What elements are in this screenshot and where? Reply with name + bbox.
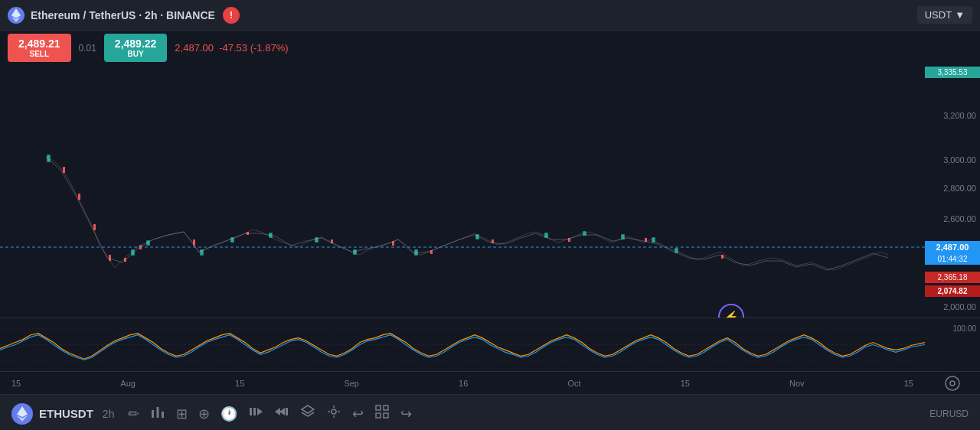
svg-rect-39: [157, 407, 159, 418]
chart-type-tool[interactable]: [150, 404, 165, 423]
ticker-interval: 2h: [103, 408, 115, 420]
ticker-logo: [11, 403, 33, 425]
svg-rect-19: [109, 255, 111, 261]
time-settings-icon[interactable]: [925, 376, 980, 391]
ticker-symbol: ETHUSDT: [39, 407, 93, 420]
svg-rect-11: [545, 233, 547, 237]
secondary-symbol: EURUSD: [929, 409, 969, 419]
time-badge: 01:44:32: [925, 253, 980, 265]
undo-tool[interactable]: ↩: [352, 406, 364, 422]
svg-point-37: [950, 381, 955, 386]
buy-button[interactable]: 2,489.22 BUY: [104, 34, 168, 62]
svg-rect-9: [415, 250, 417, 255]
stoch-100-label: 100.00: [952, 324, 976, 333]
time-label-3: 15: [681, 379, 690, 388]
level1-badge: 2,365.18: [925, 272, 980, 283]
layers-tool[interactable]: [300, 404, 315, 423]
time-label-0: 15: [11, 379, 21, 388]
current-price-badge: 2,487.00: [925, 241, 980, 253]
chart-area[interactable]: 3,335.53 2,487.00 01:44:32 2,365.18 2,07…: [0, 65, 980, 318]
alert-icon[interactable]: !: [223, 7, 240, 24]
sell-button[interactable]: 2,489.21 SELL: [8, 34, 71, 62]
svg-rect-38: [152, 410, 154, 418]
time-label-aug: Aug: [120, 379, 136, 388]
redo-tool[interactable]: ↪: [400, 406, 412, 422]
settings-tool[interactable]: [326, 404, 341, 423]
svg-rect-15: [675, 249, 678, 252]
svg-rect-53: [376, 406, 381, 410]
spread-value: 0.01: [79, 43, 96, 54]
time-label-4: 15: [904, 379, 913, 388]
svg-marker-45: [279, 408, 285, 415]
rewind-tool[interactable]: [274, 404, 289, 423]
time-label-oct: Oct: [567, 379, 580, 388]
stoch-indicator: Stoch 14,1,3 100.00: [0, 318, 980, 371]
svg-marker-44: [275, 408, 280, 415]
ticker-secondary-info: EURUSD: [929, 409, 969, 419]
time-axis: 15 Aug 15 Sep 16 Oct 15 Nov 15: [0, 371, 980, 394]
price-change: 2,487.00 -47.53 (-1.87%): [175, 42, 288, 54]
draw-tool[interactable]: ✏: [128, 406, 139, 422]
ticker-row: ETHUSDT 2h ✏ ⊞ ⊕ 🕐: [0, 394, 980, 430]
price-badges: 3,335.53 2,487.00 01:44:32 2,365.18 2,07…: [925, 65, 980, 318]
svg-rect-0: [0, 65, 925, 318]
svg-marker-47: [302, 406, 314, 413]
svg-rect-42: [253, 408, 256, 415]
price-bar: 2,489.21 SELL 0.01 2,489.22 BUY 2,487.00…: [0, 31, 980, 65]
svg-rect-13: [622, 235, 624, 239]
svg-point-48: [332, 409, 336, 414]
svg-rect-18: [93, 224, 96, 230]
time-label-1: 15: [235, 379, 244, 388]
svg-rect-54: [384, 406, 388, 410]
price-3200: 3,200.00: [943, 111, 976, 120]
ticker-tools: ✏ ⊞ ⊕ 🕐: [128, 404, 923, 423]
svg-marker-43: [257, 408, 263, 415]
eth-logo: [8, 7, 24, 24]
svg-rect-56: [384, 413, 388, 418]
time-labels: 15 Aug 15 Sep 16 Oct 15 Nov 15: [4, 379, 921, 388]
price-2000: 2,000.00: [943, 302, 976, 311]
time-label-nov: Nov: [789, 379, 805, 388]
grid-tool[interactable]: ⊞: [176, 406, 188, 422]
price-3000: 3,000.00: [943, 155, 976, 165]
svg-rect-16: [63, 167, 65, 173]
replay-tool[interactable]: [248, 404, 263, 423]
time-label-sep: Sep: [344, 379, 359, 388]
price-2800: 2,800.00: [943, 184, 976, 193]
svg-rect-46: [286, 408, 288, 415]
svg-rect-55: [376, 413, 381, 418]
level2-badge: 2,074.82: [925, 285, 980, 297]
add-indicator-tool[interactable]: ⊕: [198, 406, 210, 422]
stoch-chart: [0, 318, 925, 371]
time-label-2: 16: [459, 379, 468, 388]
svg-rect-41: [250, 408, 252, 415]
green-top-badge: 3,335.53: [925, 67, 980, 78]
header-title: Ethereum / TetherUS · 2h · BINANCE: [31, 9, 215, 21]
fullscreen-tool[interactable]: [374, 404, 390, 423]
header: Ethereum / TetherUS · 2h · BINANCE ! USD…: [0, 0, 980, 31]
stoch-right-panel: 100.00: [925, 318, 980, 371]
svg-rect-12: [583, 232, 586, 235]
candlestick-chart: [0, 65, 925, 318]
svg-rect-40: [162, 412, 164, 418]
price-2600: 2,600.00: [943, 214, 976, 223]
svg-rect-17: [78, 194, 80, 200]
svg-point-36: [946, 376, 959, 390]
alert-tool[interactable]: 🕐: [220, 406, 237, 422]
svg-rect-14: [652, 238, 655, 242]
currency-selector[interactable]: USDT ▼: [917, 6, 972, 24]
